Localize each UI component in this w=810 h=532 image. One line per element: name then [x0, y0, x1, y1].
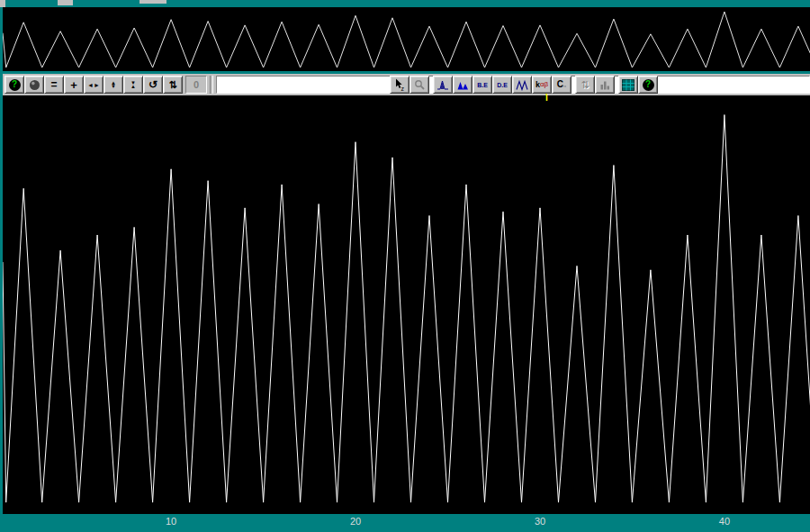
overview-waveform — [3, 7, 810, 71]
magnifier-button[interactable] — [410, 76, 429, 94]
bars-button[interactable]: = — [44, 76, 64, 94]
double-peak-button[interactable] — [512, 76, 532, 94]
c-label-button-label: ,, — [563, 82, 566, 87]
counter-display: 0 — [185, 76, 207, 94]
help-icon: ? — [643, 79, 654, 91]
zoom-select-button[interactable]: z — [390, 76, 410, 94]
histogram-button[interactable] — [595, 76, 615, 94]
waveform-trace — [3, 115, 810, 503]
overview-strip[interactable] — [3, 7, 810, 71]
x-axis-strip: 10203040 — [0, 514, 810, 532]
grid-green-icon — [622, 79, 634, 91]
toolbar-right-group: zB.ED.EkαβC,,⇅? — [390, 76, 658, 94]
help-icon: ? — [9, 79, 21, 91]
v-swap-button-label: ⇅ — [168, 80, 176, 90]
m-peaks-icon — [516, 79, 528, 91]
magnifier-icon — [414, 79, 426, 91]
plus-button-label: + — [70, 79, 77, 91]
filled-peaks-button[interactable] — [453, 76, 472, 94]
c-label-button[interactable]: C,, — [552, 76, 572, 94]
de-peak-button[interactable]: D.E — [492, 76, 512, 94]
be-peak-button-label: B.E — [477, 82, 488, 88]
toolbar-left-group: ?=+◄►▲▼▼▲↺⇅0 — [4, 76, 207, 94]
chart-bars-icon — [599, 79, 611, 91]
window-fragment — [58, 0, 73, 5]
be-peak-button[interactable]: B.E — [472, 76, 492, 94]
v-swap-button[interactable]: ⇅ — [163, 76, 183, 94]
v-compress-button[interactable]: ▼▲ — [123, 76, 143, 94]
cursor-z-icon: z — [393, 78, 406, 91]
kab-button[interactable]: kαβ — [532, 76, 552, 94]
toolbar-separator — [210, 76, 213, 94]
help-button-left[interactable]: ? — [4, 76, 24, 94]
sphere-icon — [29, 79, 40, 91]
svg-text:z: z — [401, 86, 405, 92]
counter-display-label: 0 — [194, 80, 199, 90]
window-fragment — [0, 0, 5, 7]
sphere-button[interactable] — [24, 76, 44, 94]
undo-button-label: ↺ — [148, 79, 158, 90]
plus-button[interactable]: + — [64, 76, 84, 94]
peak-lines-icon — [436, 79, 449, 91]
waveform-trace — [3, 12, 810, 68]
stacked-arrows-icon: ▼▲ — [130, 81, 136, 89]
plot-area[interactable] — [3, 95, 810, 514]
toolbar: ?=+◄►▲▼▼▲↺⇅0 zB.ED.EkαβC,,⇅? — [3, 74, 810, 95]
x-tick-label: 20 — [350, 517, 361, 527]
updown-button[interactable]: ⇅ — [575, 76, 595, 94]
x-tick-label: 40 — [719, 517, 730, 527]
grid-button[interactable] — [618, 76, 638, 94]
v-expand-button[interactable]: ▲▼ — [104, 76, 123, 94]
bars-button-label: = — [50, 79, 57, 90]
help-button-right[interactable]: ? — [638, 76, 658, 94]
stacked-arrows-icon: ▲▼ — [111, 81, 116, 89]
edit-caret: I — [545, 94, 548, 103]
window-fragment — [140, 0, 166, 4]
main-waveform — [3, 95, 810, 514]
x-tick-label: 10 — [166, 517, 176, 527]
h-expand-button[interactable]: ◄► — [84, 76, 104, 94]
application-window: ?=+◄►▲▼▼▲↺⇅0 zB.ED.EkαβC,,⇅? I 10203040 — [0, 0, 810, 532]
c-label-button-label: C — [557, 80, 563, 89]
de-peak-button-label: D.E — [497, 82, 508, 88]
undo-button[interactable]: ↺ — [143, 76, 163, 94]
kab-button-label: αβ — [540, 81, 548, 88]
peaks-filled-icon — [457, 79, 469, 91]
peak-markers-button[interactable] — [433, 76, 453, 94]
updown-button-label: ⇅ — [580, 80, 589, 90]
h-expand-button-label: ◄► — [87, 82, 100, 88]
x-tick-label: 30 — [535, 517, 545, 527]
